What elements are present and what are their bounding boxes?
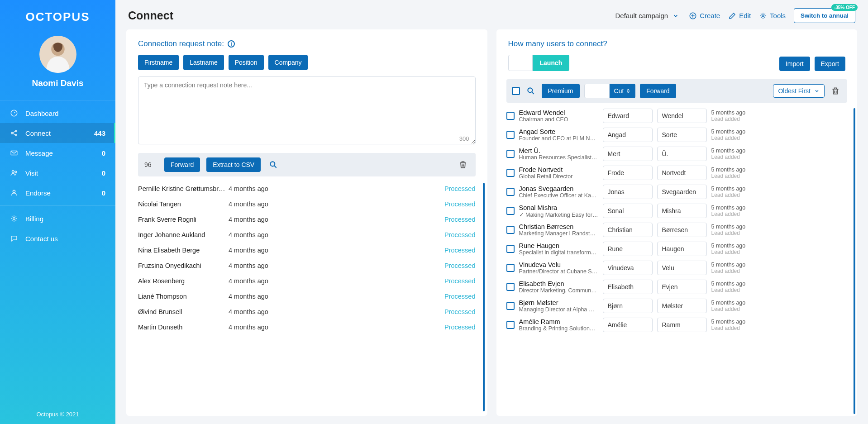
premium-filter-button[interactable]: Premium [542, 84, 580, 98]
processed-row[interactable]: Fruzsina Onyedikachi4 months agoProcesse… [138, 258, 476, 273]
lead-firstname-input[interactable] [603, 261, 653, 275]
lead-checkbox[interactable] [506, 207, 515, 215]
lead-checkbox[interactable] [506, 302, 515, 310]
token-position-button[interactable]: Position [229, 55, 264, 70]
lead-name: Edward Wendel [519, 109, 598, 116]
lead-lastname-input[interactable] [657, 223, 707, 237]
processed-row[interactable]: Nicolai Tangen4 months agoProcessed [138, 196, 476, 212]
lead-firstname-input[interactable] [603, 204, 653, 218]
processed-time: 4 months ago [229, 231, 444, 238]
lead-checkbox[interactable] [506, 226, 515, 234]
processed-row[interactable]: Alex Rosenberg4 months agoProcessed [138, 273, 476, 289]
switch-annual-button[interactable]: Switch to annual -35% OFF [794, 8, 855, 23]
lead-lastname-input[interactable] [657, 280, 707, 294]
processed-list[interactable]: Pernille Kristine Grøttumsbraaten B...4 … [126, 178, 487, 416]
nav-dashboard[interactable]: Dashboard [0, 103, 115, 123]
delete-button[interactable] [457, 158, 469, 171]
processed-row[interactable]: Nina Elisabeth Berge4 months agoProcesse… [138, 243, 476, 258]
lead-lastname-input[interactable] [657, 128, 707, 142]
lead-firstname-input[interactable] [603, 166, 653, 180]
lead-info[interactable]: Frode NortvedtGlobal Retail Director [519, 166, 598, 180]
lead-firstname-input[interactable] [603, 280, 653, 294]
nav-label: Connect [25, 129, 94, 137]
forward-leads-button[interactable]: Forward [640, 84, 676, 98]
lead-checkbox[interactable] [506, 321, 515, 329]
lead-info[interactable]: Amélie RammBranding & Printing Solutions… [519, 318, 598, 332]
lead-lastname-input[interactable] [657, 147, 707, 161]
lead-firstname-input[interactable] [603, 185, 653, 199]
lead-checkbox[interactable] [506, 188, 515, 196]
nav-visit[interactable]: Visit 0 [0, 163, 115, 183]
nav-billing[interactable]: Billing [0, 209, 115, 229]
lead-info[interactable]: Christian BørresenMarketing Manager i Ra… [519, 223, 598, 237]
lead-info[interactable]: Vinudeva VeluPartner/Director at Cubane … [519, 261, 598, 275]
lead-info[interactable]: Angad SorteFounder and CEO at PLM Nordic… [519, 128, 598, 142]
nav-contact[interactable]: Contact us [0, 229, 115, 248]
lead-lastname-input[interactable] [657, 299, 707, 313]
lead-firstname-input[interactable] [603, 109, 653, 123]
token-firstname-button[interactable]: Firstname [138, 55, 179, 70]
create-button[interactable]: Create [689, 12, 720, 20]
lead-info[interactable]: Rune HaugenSpecialist in digital transfo… [519, 242, 598, 256]
token-lastname-button[interactable]: Lastname [183, 55, 224, 70]
lead-info[interactable]: Sonal Mishra✓ Making Marketing Easy for … [519, 204, 598, 218]
lead-checkbox[interactable] [506, 264, 515, 272]
lead-lastname-input[interactable] [657, 185, 707, 199]
lead-firstname-input[interactable] [603, 299, 653, 313]
search-leads-button[interactable] [525, 85, 537, 97]
lead-info[interactable]: Elisabeth EvjenDirector Marketing, Commu… [519, 280, 598, 294]
nav-message[interactable]: Message 0 [0, 143, 115, 163]
lead-checkbox[interactable] [506, 112, 515, 120]
lead-info[interactable]: Jonas SvegaardenChief Executive Officer … [519, 185, 598, 199]
edit-button[interactable]: Edit [728, 12, 751, 20]
processed-row[interactable]: Liané Thompson4 months agoProcessed [138, 289, 476, 304]
lead-lastname-input[interactable] [657, 261, 707, 275]
lead-info[interactable]: Edward WendelChairman and CEO [519, 109, 598, 123]
lead-checkbox[interactable] [506, 131, 515, 139]
connect-count-input[interactable] [508, 55, 533, 71]
processed-row[interactable]: Frank Sverre Rognli4 months agoProcessed [138, 212, 476, 227]
lead-lastname-input[interactable] [657, 166, 707, 180]
nav-connect[interactable]: Connect 443 [0, 123, 115, 143]
filter-bar: Premium Cut Forward Oldest First [506, 79, 848, 103]
processed-row[interactable]: Øivind Brunsell4 months agoProcessed [138, 304, 476, 319]
processed-name: Liané Thompson [138, 293, 229, 300]
export-button[interactable]: Export [815, 57, 845, 71]
cut-input[interactable] [584, 84, 610, 98]
forward-button[interactable]: Forward [164, 157, 200, 172]
select-all-checkbox[interactable] [512, 87, 520, 95]
import-button[interactable]: Import [779, 57, 810, 71]
nav-endorse[interactable]: Endorse 0 [0, 183, 115, 203]
lead-list[interactable]: Edward WendelChairman and CEO5 months ag… [496, 106, 858, 416]
delete-leads-button[interactable] [829, 85, 842, 97]
sort-select[interactable]: Oldest First [773, 84, 825, 98]
launch-button[interactable]: Launch [533, 55, 570, 71]
token-company-button[interactable]: Company [268, 55, 308, 70]
note-textarea[interactable] [138, 76, 476, 144]
cut-button[interactable]: Cut [610, 84, 636, 98]
lead-checkbox[interactable] [506, 245, 515, 253]
lead-meta: 5 months agoLead added [711, 300, 752, 312]
processed-row[interactable]: Martin Dunseth4 months agoProcessed [138, 319, 476, 335]
lead-checkbox[interactable] [506, 150, 515, 158]
lead-checkbox[interactable] [506, 283, 515, 291]
lead-lastname-input[interactable] [657, 204, 707, 218]
info-icon[interactable]: i [228, 40, 235, 48]
search-button[interactable] [267, 158, 280, 171]
lead-firstname-input[interactable] [603, 147, 653, 161]
extract-csv-button[interactable]: Extract to CSV [206, 157, 261, 172]
lead-firstname-input[interactable] [603, 223, 653, 237]
lead-checkbox[interactable] [506, 169, 515, 177]
campaign-select[interactable]: Default campaign [613, 9, 681, 22]
lead-lastname-input[interactable] [657, 109, 707, 123]
lead-info[interactable]: Bjørn MølsterManaging Director at Alpha … [519, 299, 598, 313]
processed-row[interactable]: Inger Johanne Aukland4 months agoProcess… [138, 227, 476, 243]
tools-button[interactable]: Tools [759, 12, 786, 20]
processed-row[interactable]: Pernille Kristine Grøttumsbraaten B...4 … [138, 181, 476, 196]
lead-firstname-input[interactable] [603, 242, 653, 256]
lead-firstname-input[interactable] [603, 318, 653, 332]
lead-firstname-input[interactable] [603, 128, 653, 142]
lead-info[interactable]: Mert Ü.Human Resources Specialist - Eag.… [519, 147, 598, 161]
lead-lastname-input[interactable] [657, 318, 707, 332]
lead-lastname-input[interactable] [657, 242, 707, 256]
